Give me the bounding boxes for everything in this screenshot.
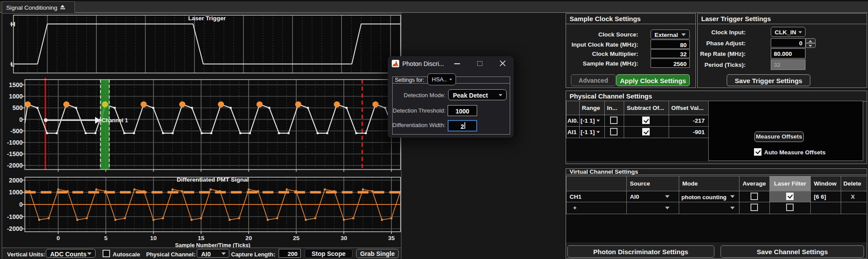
svg-text:30: 30 (341, 235, 347, 241)
svg-text:0: 0 (19, 116, 23, 123)
svg-text:20: 20 (245, 235, 252, 241)
svg-text:0: 0 (57, 235, 60, 241)
svg-text:Laser Trigger: Laser Trigger (188, 15, 226, 22)
svg-text:-1500: -1500 (7, 150, 23, 157)
svg-text:-1000: -1000 (7, 213, 23, 220)
svg-text:2000: 2000 (9, 177, 22, 184)
svg-text:Differentiated PMT Signal: Differentiated PMT Signal (177, 176, 249, 183)
svg-text:500: 500 (12, 104, 23, 111)
svg-text:-500: -500 (10, 128, 22, 135)
svg-text:35: 35 (388, 235, 395, 241)
svg-text:0: 0 (19, 201, 23, 208)
svg-text:5: 5 (104, 235, 108, 241)
svg-text:-1000: -1000 (7, 139, 23, 146)
svg-text:15: 15 (198, 235, 205, 241)
svg-text:1500: 1500 (9, 81, 22, 88)
svg-text:-2000: -2000 (7, 162, 23, 169)
svg-text:25: 25 (293, 235, 300, 241)
svg-text:Channel 1: Channel 1 (102, 117, 128, 124)
svg-text:1000: 1000 (9, 189, 22, 196)
svg-text:10: 10 (150, 235, 157, 241)
svg-text:-2000: -2000 (7, 225, 23, 232)
svg-text:1000: 1000 (9, 93, 22, 100)
svg-text:L: L (11, 60, 15, 68)
svg-text:H: H (11, 20, 15, 28)
